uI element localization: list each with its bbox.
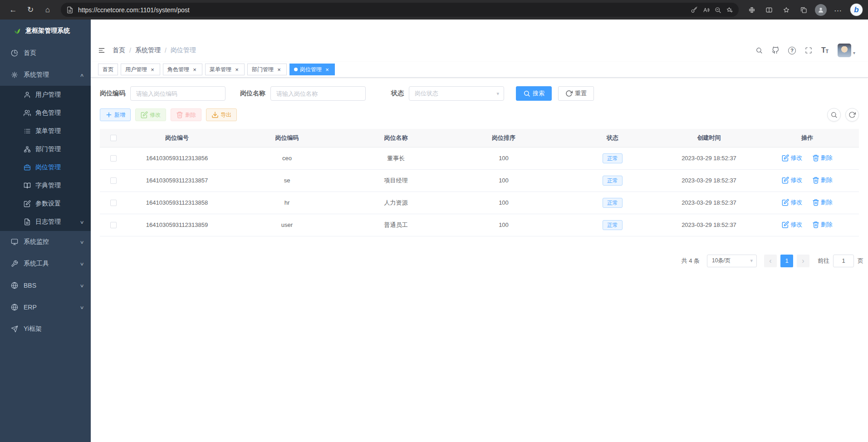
header-search-icon[interactable]: [755, 47, 763, 54]
export-button[interactable]: 导出: [206, 108, 237, 121]
sidebar-item-bbs[interactable]: BBS ∨: [0, 275, 91, 296]
status-select[interactable]: 岗位状态 ▾: [409, 86, 504, 101]
sidebar-item-menu-mgmt[interactable]: 菜单管理: [0, 122, 91, 140]
address-bar[interactable]: https://ccnetcore.com:1101/system/post: [61, 3, 739, 17]
github-icon[interactable]: [772, 47, 779, 54]
font-size-icon[interactable]: TT: [821, 47, 829, 54]
row-edit-button[interactable]: 修改: [782, 154, 802, 162]
refresh-icon: [565, 90, 573, 97]
cell-post-code: user: [227, 214, 347, 236]
chevron-down-icon: ▾: [750, 258, 753, 264]
sidebar-item-post-mgmt[interactable]: 岗位管理: [0, 158, 91, 177]
user-avatar-dropdown[interactable]: ▾: [838, 44, 855, 57]
row-checkbox[interactable]: [110, 155, 117, 162]
password-key-icon[interactable]: [691, 6, 698, 14]
row-edit-button[interactable]: 修改: [782, 198, 802, 206]
page-size-select[interactable]: 10条/页 ▾: [707, 255, 757, 267]
reset-button[interactable]: 重置: [558, 86, 594, 101]
list-icon: [24, 128, 31, 135]
active-tab-dot: [294, 68, 298, 71]
row-delete-button[interactable]: 删除: [812, 221, 833, 229]
row-checkbox[interactable]: [110, 200, 117, 206]
edit-icon: [141, 111, 148, 118]
row-checkbox[interactable]: [110, 177, 117, 184]
tab-dept-mgmt[interactable]: 部门管理 ×: [247, 64, 287, 75]
row-edit-button[interactable]: 修改: [782, 176, 802, 184]
row-delete-button[interactable]: 删除: [812, 154, 833, 162]
close-icon[interactable]: ×: [234, 67, 240, 73]
row-checkbox[interactable]: [110, 222, 117, 228]
close-icon[interactable]: ×: [324, 67, 330, 73]
sidebar-item-system-monitor[interactable]: 系统监控 ∨: [0, 231, 91, 253]
edit-icon: [24, 200, 31, 207]
close-icon[interactable]: ×: [149, 67, 156, 73]
col-post-name: 岗位名称: [347, 129, 445, 147]
extensions-icon[interactable]: [744, 3, 760, 17]
add-favorite-icon[interactable]: [726, 6, 733, 14]
sidebar-item-dict-mgmt[interactable]: 字典管理: [0, 177, 91, 195]
breadcrumb-system[interactable]: 系统管理: [135, 46, 161, 54]
home-icon[interactable]: ⌂: [40, 3, 55, 17]
post-name-input[interactable]: [270, 86, 366, 101]
sidebar-item-dept-mgmt[interactable]: 部门管理: [0, 140, 91, 158]
row-edit-button[interactable]: 修改: [782, 221, 802, 229]
help-icon[interactable]: ?: [788, 47, 796, 54]
tab-user-mgmt[interactable]: 用户管理 ×: [121, 64, 160, 75]
close-icon[interactable]: ×: [191, 67, 198, 73]
page-number-button[interactable]: 1: [780, 255, 793, 267]
post-code-input[interactable]: [130, 86, 226, 101]
col-created: 创建时间: [662, 129, 755, 147]
tab-home[interactable]: 首页: [98, 64, 118, 75]
read-aloud-icon[interactable]: [702, 6, 710, 14]
delete-button[interactable]: 删除: [171, 108, 201, 121]
main-area: 首页 / 系统管理 / 岗位管理 ? TT ▾: [91, 20, 868, 267]
status-field: 状态 岗位状态 ▾: [391, 86, 504, 101]
bing-copilot-icon[interactable]: b: [850, 4, 863, 16]
table-toolbar-right: [827, 108, 859, 122]
goto-page-input[interactable]: [833, 255, 854, 267]
breadcrumb-home[interactable]: 首页: [113, 46, 125, 54]
favorites-icon[interactable]: [779, 3, 794, 17]
breadcrumb: 首页 / 系统管理 / 岗位管理: [113, 46, 196, 54]
sidebar-item-home[interactable]: 首页: [0, 42, 91, 64]
post-code-label: 岗位编码: [100, 89, 125, 98]
sidebar-item-param-settings[interactable]: 参数设置: [0, 195, 91, 213]
collections-icon[interactable]: [796, 3, 811, 17]
cell-post-code: hr: [227, 192, 347, 214]
edit-icon: [782, 154, 789, 162]
close-icon[interactable]: ×: [276, 67, 282, 73]
next-page-button[interactable]: ›: [797, 255, 809, 267]
tree-icon: [24, 146, 31, 153]
prev-page-button[interactable]: ‹: [764, 255, 777, 267]
sidebar-collapse-icon[interactable]: [98, 47, 105, 54]
add-button[interactable]: 新增: [100, 108, 131, 121]
sidebar-item-role-mgmt[interactable]: 角色管理: [0, 104, 91, 122]
fullscreen-icon[interactable]: [805, 47, 812, 54]
site-info-icon[interactable]: [66, 6, 74, 14]
toggle-search-button[interactable]: [827, 108, 841, 122]
refresh-table-button[interactable]: [845, 108, 859, 122]
edit-button[interactable]: 修改: [135, 108, 166, 121]
sidebar-item-yi-framework[interactable]: Yi框架: [0, 318, 91, 340]
tab-role-mgmt[interactable]: 角色管理 ×: [163, 64, 202, 75]
sidebar-item-log-mgmt[interactable]: 日志管理 ∨: [0, 213, 91, 231]
cell-post-code: se: [227, 169, 347, 192]
zoom-icon[interactable]: [714, 6, 721, 14]
row-delete-button[interactable]: 删除: [812, 176, 833, 184]
refresh-page-icon[interactable]: ↻: [23, 3, 38, 17]
search-button[interactable]: 搜索: [516, 86, 552, 101]
row-delete-button[interactable]: 删除: [812, 198, 833, 206]
sidebar-item-user-mgmt[interactable]: 用户管理: [0, 86, 91, 104]
tab-post-mgmt[interactable]: 岗位管理 ×: [289, 64, 335, 75]
sidebar-item-erp[interactable]: ERP ∨: [0, 296, 91, 318]
browser-profile-icon[interactable]: [815, 4, 827, 16]
tab-menu-mgmt[interactable]: 菜单管理 ×: [205, 64, 245, 75]
sidebar-item-system-tools[interactable]: 系统工具 ∨: [0, 253, 91, 275]
browser-menu-icon[interactable]: …: [830, 3, 846, 17]
select-all-checkbox[interactable]: [110, 135, 117, 141]
trash-icon: [812, 199, 819, 206]
back-icon[interactable]: ←: [5, 3, 21, 17]
chevron-down-icon: ∨: [79, 305, 84, 310]
sidebar-item-system-mgmt[interactable]: 系统管理 ∧: [0, 64, 91, 86]
split-screen-icon[interactable]: [761, 3, 777, 17]
